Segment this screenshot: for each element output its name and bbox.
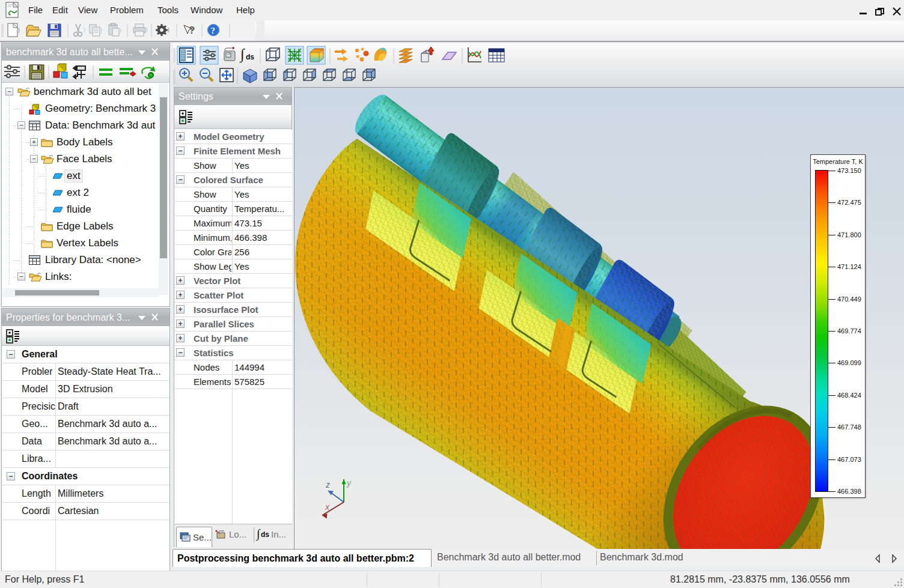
svg-text:ds: ds	[246, 53, 254, 61]
svg-text:∫: ∫	[239, 46, 245, 63]
svg-text:y: y	[346, 478, 352, 488]
svg-text:z: z	[325, 480, 330, 489]
svg-text:?: ?	[211, 26, 216, 35]
svg-text:x: x	[325, 502, 330, 512]
svg-text:?: ?	[189, 25, 195, 36]
